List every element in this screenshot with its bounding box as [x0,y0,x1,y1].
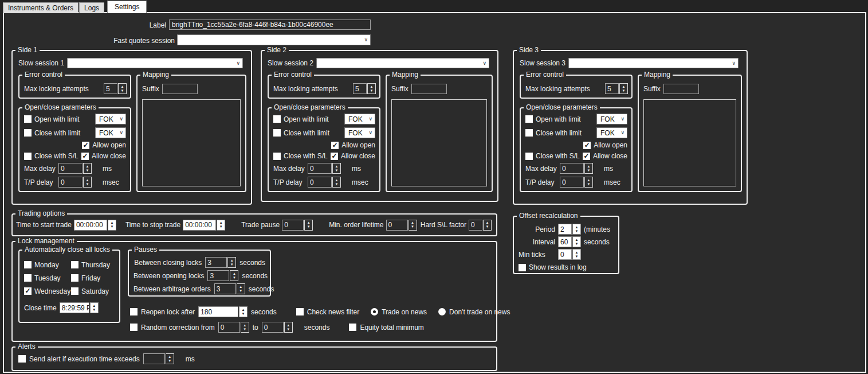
max-locking-attempts-input[interactable]: 5 [104,83,117,94]
tab-logs[interactable]: Logs [79,2,104,13]
reopen-lock-after-input[interactable]: 180 [198,306,238,317]
time-to-stop-trade-input[interactable]: 00:00:00 [183,220,216,231]
spinner-up-down-buttons[interactable]: ▲▼ [409,220,417,231]
allow-close-checkbox[interactable] [583,153,590,160]
saturday-checkbox[interactable] [71,287,78,295]
send-alert-input[interactable] [143,353,165,364]
spinner-up-down-buttons[interactable]: ▲▼ [237,283,245,294]
slow-session-1-select[interactable]: ∨ [67,58,243,68]
tp-delay-input[interactable]: 0 [308,177,332,188]
between-arbitrage-orders-input[interactable]: 3 [214,283,236,294]
show-results-in-log-checkbox[interactable] [519,264,526,271]
open-fok-select[interactable]: FOK ∨ [95,114,126,124]
spinner-up-down-buttons[interactable]: ▲▼ [584,177,593,188]
suffix-input[interactable] [162,84,198,94]
close-with-sl-checkbox[interactable] [24,153,32,160]
allow-close-checkbox[interactable] [81,153,89,160]
max-locking-attempts-input[interactable]: 5 [353,83,367,94]
random-correction-to-input[interactable]: 0 [262,322,284,333]
spinner-up-down-buttons[interactable]: ▲▼ [584,163,593,174]
spinner-up-down-buttons[interactable]: ▲▼ [217,220,225,231]
hard-sl-factor-input[interactable]: 0 [469,220,482,231]
min-order-lifetime-input[interactable]: 0 [386,220,408,231]
mapping-list[interactable] [643,99,736,186]
max-locking-attempts-input[interactable]: 5 [605,83,619,94]
equity-total-minimum-checkbox[interactable] [349,324,356,331]
close-with-limit-checkbox[interactable] [525,129,533,137]
tuesday-checkbox[interactable] [24,274,32,282]
fast-quotes-select[interactable]: ∨ [177,34,371,45]
trade-pause-input[interactable]: 0 [282,220,304,231]
close-with-limit-checkbox[interactable] [273,129,281,137]
allow-open-checkbox[interactable] [583,142,591,149]
close-time-input[interactable]: 8:29:59 P [60,302,89,313]
open-fok-select[interactable]: FOK ∨ [596,114,627,124]
max-delay-input[interactable]: 0 [58,163,83,174]
suffix-input[interactable] [411,84,447,94]
close-fok-select[interactable]: FOK ∨ [95,127,126,138]
mapping-list[interactable] [391,99,487,186]
close-fok-select[interactable]: FOK ∨ [344,127,375,138]
reopen-lock-after-checkbox[interactable] [130,308,138,315]
allow-open-checkbox[interactable] [331,142,339,149]
spinner-up-down-buttons[interactable]: ▲▼ [90,302,99,313]
monday-checkbox[interactable] [24,261,32,268]
check-news-filter-checkbox[interactable] [296,308,304,315]
spinner-up-down-buttons[interactable]: ▲▼ [572,236,581,247]
mapping-list[interactable] [142,99,241,186]
spinner-up-down-buttons[interactable]: ▲▼ [239,306,248,317]
time-to-start-trade-input[interactable]: 00:00:00 [74,220,107,231]
send-alert-checkbox[interactable] [18,355,26,363]
open-with-limit-checkbox[interactable] [273,115,281,123]
period-input[interactable]: 2 [558,224,572,235]
spinner-up-down-buttons[interactable]: ▲▼ [227,257,236,268]
spinner-up-down-buttons[interactable]: ▲▼ [230,270,238,281]
close-with-limit-checkbox[interactable] [24,129,32,137]
random-correction-checkbox[interactable] [130,324,138,331]
spinner-up-down-buttons[interactable]: ▲▼ [166,353,174,364]
slow-session-2-select[interactable]: ∨ [316,58,489,68]
spinner-up-down-buttons[interactable]: ▲▼ [572,224,581,235]
offset-recalculation-group: Offset recalculation Period 2 ▲▼ (minute… [513,216,619,274]
label-input[interactable] [169,20,371,30]
close-fok-select[interactable]: FOK ∨ [596,127,627,138]
spinner-up-down-buttons[interactable]: ▲▼ [367,83,376,94]
spinner-up-down-buttons[interactable]: ▲▼ [572,249,581,260]
between-opening-locks-input[interactable]: 3 [207,270,229,281]
max-delay-input[interactable]: 0 [560,163,584,174]
spinner-up-down-buttons[interactable]: ▲▼ [284,322,293,333]
spinner-up-down-buttons[interactable]: ▲▼ [483,220,492,231]
thursday-checkbox[interactable] [71,261,78,268]
dont-trade-on-news-radio[interactable] [438,308,446,315]
max-delay-input[interactable]: 0 [308,163,332,174]
open-with-limit-checkbox[interactable] [525,115,533,123]
random-correction-from-input[interactable]: 0 [218,322,240,333]
close-with-sl-checkbox[interactable] [525,153,533,160]
spinner-up-down-buttons[interactable]: ▲▼ [332,163,341,174]
spinner-up-down-buttons[interactable]: ▲▼ [83,177,92,188]
allow-close-checkbox[interactable] [331,153,338,160]
tab-settings[interactable]: Settings [107,1,147,13]
suffix-input[interactable] [663,84,699,94]
between-closing-locks-input[interactable]: 3 [205,257,227,268]
spinner-up-down-buttons[interactable]: ▲▼ [108,220,116,231]
open-fok-select[interactable]: FOK ∨ [344,114,375,124]
tp-delay-input[interactable]: 0 [560,177,584,188]
interval-input[interactable]: 60 [558,236,572,247]
wednesday-checkbox[interactable] [24,287,32,295]
spinner-up-down-buttons[interactable]: ▲▼ [332,177,341,188]
slow-session-3-select[interactable]: ∨ [568,58,739,68]
allow-open-checkbox[interactable] [82,142,89,149]
tp-delay-input[interactable]: 0 [58,177,83,188]
spinner-up-down-buttons[interactable]: ▲▼ [83,163,92,174]
friday-checkbox[interactable] [71,274,78,282]
open-with-limit-checkbox[interactable] [24,115,32,123]
min-ticks-input[interactable]: 0 [558,249,572,260]
spinner-up-down-buttons[interactable]: ▲▼ [304,220,313,231]
spinner-up-down-buttons[interactable]: ▲▼ [619,83,628,94]
close-with-sl-checkbox[interactable] [273,153,281,160]
spinner-up-down-buttons[interactable]: ▲▼ [241,322,249,333]
tab-instruments-orders[interactable]: Instruments & Orders [3,2,78,13]
trade-on-news-radio[interactable] [371,308,378,315]
spinner-up-down-buttons[interactable]: ▲▼ [118,83,127,94]
